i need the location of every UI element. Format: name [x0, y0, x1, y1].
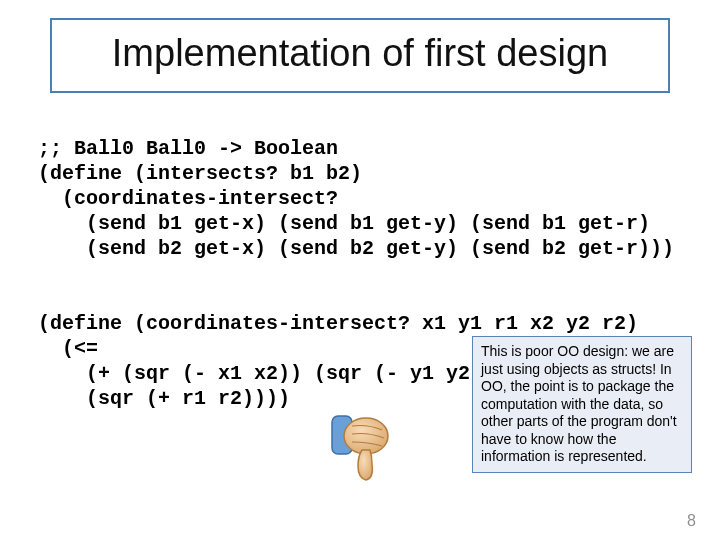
- thumbs-down-icon: [328, 412, 396, 492]
- slide-title: Implementation of first design: [62, 32, 658, 75]
- callout-box: This is poor OO design: we are just usin…: [472, 336, 692, 473]
- title-container: Implementation of first design: [50, 18, 670, 93]
- slide: Implementation of first design ;; Ball0 …: [0, 0, 720, 540]
- page-number: 8: [687, 512, 696, 530]
- svg-point-1: [344, 418, 388, 454]
